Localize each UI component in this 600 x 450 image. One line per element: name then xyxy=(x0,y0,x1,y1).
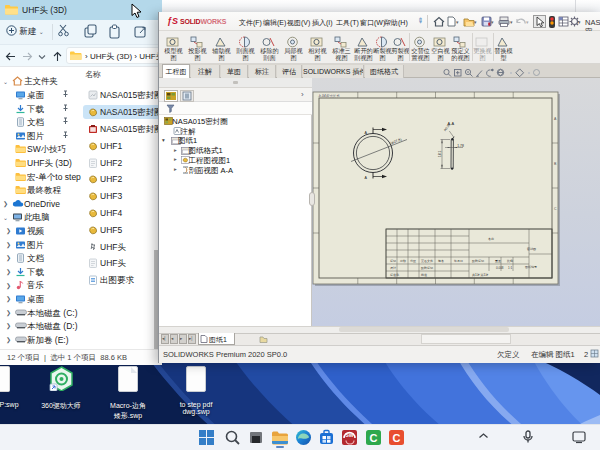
svg-text:共1张 第1张: 共1张 第1张 xyxy=(472,273,488,277)
svg-text:阶段标记: 阶段标记 xyxy=(421,266,433,270)
svg-text:更改文件: 更改文件 xyxy=(421,259,433,263)
svg-text:.b.34和寸技术.: .b.34和寸技术. xyxy=(318,94,340,98)
svg-text:年月日: 年月日 xyxy=(454,259,463,263)
svg-text:标记: 标记 xyxy=(389,259,396,263)
svg-text:密封圈: 密封圈 xyxy=(527,247,536,251)
svg-text:设计: 设计 xyxy=(390,266,396,270)
svg-text:SW: SW xyxy=(345,432,353,438)
svg-text:处数: 处数 xyxy=(399,259,406,263)
svg-text:比例: 比例 xyxy=(507,259,513,263)
svg-text:标准化: 标准化 xyxy=(389,273,399,277)
svg-text:图纸编号: 图纸编号 xyxy=(525,265,537,269)
svg-text:重量: 重量 xyxy=(495,259,501,263)
svg-text:C: C xyxy=(370,432,378,444)
svg-text:分区: 分区 xyxy=(410,259,416,263)
svg-text:阶段标记: 阶段标记 xyxy=(472,259,484,263)
svg-text:C: C xyxy=(393,432,401,444)
svg-text:1.78: 1.78 xyxy=(457,144,464,148)
svg-text:18.1: 18.1 xyxy=(438,150,442,157)
svg-text:名称: 名称 xyxy=(488,237,494,241)
svg-text:1:1: 1:1 xyxy=(508,266,513,270)
svg-text:批准: 批准 xyxy=(421,273,427,277)
svg-text:0.008: 0.008 xyxy=(496,266,504,270)
svg-text:签名: 签名 xyxy=(438,259,444,263)
